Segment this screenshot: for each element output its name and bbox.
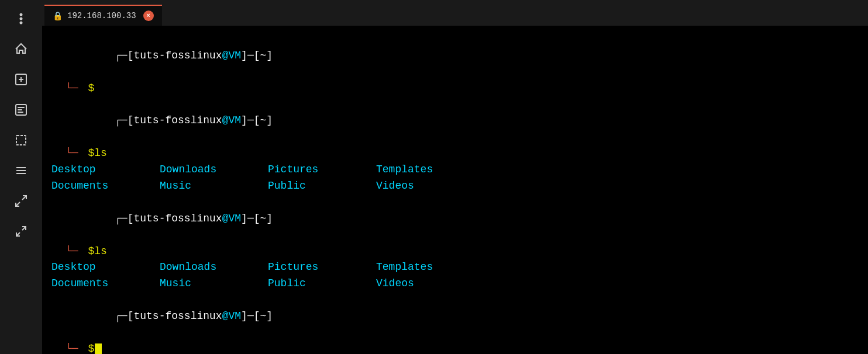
svg-rect-8: [18, 109, 22, 110]
ls-item-music-2: Music: [160, 276, 268, 292]
arrow-3: └─: [66, 244, 78, 260]
ls-cmd-2: $ls: [88, 244, 106, 260]
cmd-line-2: └─ $ls: [51, 145, 859, 162]
ls-cmd-1: $ls: [88, 145, 106, 162]
ls-item-desktop-1: Desktop: [51, 162, 160, 178]
resize-icon[interactable]: [7, 187, 35, 215]
prompt-line-4: ┌─[tuts-fosslinux@VM]─[~]: [51, 292, 859, 341]
arrow-1: └─: [66, 81, 78, 97]
ls-item-music-1: Music: [160, 178, 268, 195]
cmd-line-4: └─ $: [51, 341, 859, 354]
ls-item-public-1: Public: [268, 178, 376, 195]
lines-icon[interactable]: [7, 157, 35, 185]
svg-line-15: [16, 202, 20, 206]
home-icon[interactable]: [7, 35, 35, 63]
prompt-text-3: ┌─[tuts-fosslinux@VM]─[~]: [51, 195, 273, 244]
ls-item-desktop-2: Desktop: [51, 259, 160, 276]
arrow-4: └─: [66, 341, 78, 354]
cmd-line-1: └─ $: [51, 81, 859, 97]
terminal-tab[interactable]: 🔒 192.168.100.33 ×: [44, 5, 162, 26]
ls-item-public-2: Public: [268, 276, 376, 292]
ls-item-videos-1: Videos: [376, 178, 484, 195]
fullscreen-icon[interactable]: [7, 217, 35, 245]
dollar-4: $: [82, 341, 95, 354]
svg-rect-9: [18, 112, 23, 113]
ls-item-templates-1: Templates: [376, 162, 484, 178]
select-icon[interactable]: [7, 126, 35, 154]
ls-item-downloads-2: Downloads: [160, 259, 268, 276]
ls-item-documents-1: Documents: [51, 178, 160, 195]
tab-bar: 🔒 192.168.100.33 ×: [42, 0, 868, 26]
arrow-2: └─: [66, 145, 78, 162]
prompt-text-1: ┌─[tuts-fosslinux@VM]─[~]: [51, 32, 273, 81]
tab-ip-label: 192.168.100.33: [67, 11, 136, 20]
prompt-text-4: ┌─[tuts-fosslinux@VM]─[~]: [51, 292, 273, 341]
svg-rect-7: [18, 107, 25, 108]
ls-item-videos-2: Videos: [376, 276, 484, 292]
prompt-block-1: ┌─[tuts-fosslinux@VM]─[~] └─ $: [51, 32, 859, 97]
tab-close-button[interactable]: ×: [143, 11, 154, 21]
main-area: 🔒 192.168.100.33 × ┌─[tuts-fosslinux@VM]…: [42, 0, 868, 354]
dollar-1: $: [82, 81, 95, 97]
prompt-block-2: ┌─[tuts-fosslinux@VM]─[~] └─ $ls Desktop…: [51, 97, 859, 195]
svg-point-2: [20, 22, 22, 24]
prompt-block-3: ┌─[tuts-fosslinux@VM]─[~] └─ $ls Desktop…: [51, 195, 859, 292]
prompt-block-4: ┌─[tuts-fosslinux@VM]─[~] └─ $: [51, 292, 859, 354]
terminal-output[interactable]: ┌─[tuts-fosslinux@VM]─[~] └─ $ ┌─[tuts-f…: [42, 26, 868, 354]
lock-icon: 🔒: [53, 11, 63, 21]
menu-icon[interactable]: [7, 5, 35, 33]
svg-point-0: [20, 14, 22, 16]
add-session-icon[interactable]: [7, 65, 35, 93]
dollar-2: [82, 145, 88, 162]
find-icon[interactable]: [7, 96, 35, 124]
prompt-line-1: ┌─[tuts-fosslinux@VM]─[~]: [51, 32, 859, 81]
ls-item-pictures-1: Pictures: [268, 162, 376, 178]
ls-item-pictures-2: Pictures: [268, 259, 376, 276]
prompt-text-2: ┌─[tuts-fosslinux@VM]─[~]: [51, 97, 273, 146]
ls-output-2: Desktop Downloads Pictures Templates Doc…: [51, 259, 859, 292]
svg-point-1: [20, 18, 22, 20]
sidebar: [0, 0, 42, 354]
terminal-cursor: [95, 343, 102, 354]
prompt-line-2: ┌─[tuts-fosslinux@VM]─[~]: [51, 97, 859, 146]
ls-item-templates-2: Templates: [376, 259, 484, 276]
prompt-line-3: ┌─[tuts-fosslinux@VM]─[~]: [51, 195, 859, 244]
cmd-line-3: └─ $ls: [51, 244, 859, 260]
ls-item-downloads-1: Downloads: [160, 162, 268, 178]
svg-rect-10: [16, 136, 26, 145]
ls-output-1: Desktop Downloads Pictures Templates Doc…: [51, 162, 859, 195]
dollar-3: [82, 244, 88, 260]
svg-line-14: [22, 196, 26, 200]
ls-item-documents-2: Documents: [51, 276, 160, 292]
